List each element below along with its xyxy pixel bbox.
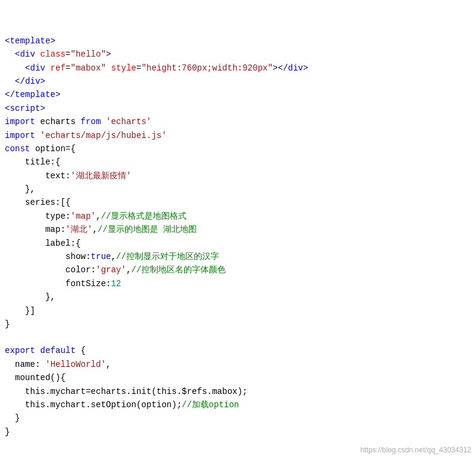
code-line-text: } xyxy=(5,411,20,425)
code-line: <template> xyxy=(0,34,476,48)
code-line: }] xyxy=(0,304,476,317)
code-line: export default { xyxy=(0,344,476,357)
code-line: this.mychart.setOption(option);//加载optio… xyxy=(0,398,476,411)
code-line: </div> xyxy=(0,75,476,88)
code-line-text: export default { xyxy=(5,344,85,357)
code-line: this.mychart=echarts.init(this.$refs.mab… xyxy=(0,385,476,398)
code-line-text: name: 'HelloWorld', xyxy=(5,358,111,371)
code-line-text: } xyxy=(5,317,10,331)
code-block: <template> <div class="hello"> <div ref=… xyxy=(0,5,476,441)
code-line-text: title:{ xyxy=(5,155,60,169)
code-line: series:[{ xyxy=(0,196,476,209)
code-line-text: }, xyxy=(5,183,35,196)
code-line-text: series:[{ xyxy=(5,196,70,209)
code-line: <div class="hello"> xyxy=(0,48,476,61)
code-line: } xyxy=(0,317,476,331)
code-line-text: </template> xyxy=(5,88,60,101)
code-line: }, xyxy=(0,290,476,304)
code-line-text: map:'湖北',//显示的地图是 湖北地图 xyxy=(5,223,197,236)
code-line: </template> xyxy=(0,88,476,101)
code-line-text: const option={ xyxy=(5,142,76,155)
code-line-text: </div> xyxy=(5,75,45,88)
code-line-text: <div class="hello"> xyxy=(5,48,111,61)
code-line: } xyxy=(0,425,476,439)
code-line: color:'gray',//控制地区名的字体颜色 xyxy=(0,263,476,276)
code-line-text: <div ref="mabox" style="height:760px;wid… xyxy=(5,61,308,75)
code-line-text: this.mychart=echarts.init(this.$refs.mab… xyxy=(5,385,247,398)
code-container: <template> <div class="hello"> <div ref=… xyxy=(0,5,476,456)
code-line-text: }] xyxy=(5,304,35,317)
code-line-text: type:'map',//显示格式是地图格式 xyxy=(5,210,187,223)
code-line: import 'echarts/map/js/hubei.js' xyxy=(0,129,476,142)
code-line: }, xyxy=(0,183,476,196)
code-line-text: text:'湖北最新疫情' xyxy=(5,169,131,183)
code-line: text:'湖北最新疫情' xyxy=(0,169,476,183)
code-line: const option={ xyxy=(0,142,476,155)
code-line-text: fontSize:12 xyxy=(5,277,121,290)
code-line: type:'map',//显示格式是地图格式 xyxy=(0,210,476,223)
code-line: label:{ xyxy=(0,237,476,250)
code-line-text: label:{ xyxy=(5,237,81,250)
code-line: fontSize:12 xyxy=(0,277,476,290)
code-line-text: color:'gray',//控制地区名的字体颜色 xyxy=(5,263,226,276)
code-line xyxy=(0,331,476,344)
code-line: map:'湖北',//显示的地图是 湖北地图 xyxy=(0,223,476,236)
code-line-text: import echarts from 'echarts' xyxy=(5,115,152,128)
code-line-text: import 'echarts/map/js/hubei.js' xyxy=(5,129,167,142)
code-line: name: 'HelloWorld', xyxy=(0,358,476,371)
code-line: <script> xyxy=(0,102,476,115)
watermark: https://blog.csdn.net/qq_43034312 xyxy=(360,445,471,456)
code-line: } xyxy=(0,411,476,425)
code-line: show:true,//控制显示对于地区的汉字 xyxy=(0,250,476,263)
code-line-text: }, xyxy=(5,290,55,304)
code-line-text: mounted(){ xyxy=(5,371,66,384)
code-line: import echarts from 'echarts' xyxy=(0,115,476,128)
code-line-text: this.mychart.setOption(option);//加载optio… xyxy=(5,398,239,411)
code-line: mounted(){ xyxy=(0,371,476,384)
code-line: <div ref="mabox" style="height:760px;wid… xyxy=(0,61,476,75)
code-line: title:{ xyxy=(0,155,476,169)
code-line-text: <script> xyxy=(5,102,45,115)
code-line-text: } xyxy=(5,425,10,439)
code-line-text: show:true,//控制显示对于地区的汉字 xyxy=(5,250,219,263)
code-line-text: <template> xyxy=(5,34,55,48)
